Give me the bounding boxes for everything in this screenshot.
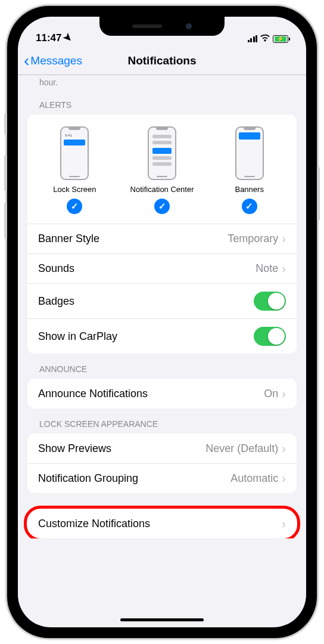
row-label: Customize Notifications — [38, 518, 150, 530]
check-icon: ✓ — [67, 199, 82, 214]
row-sounds[interactable]: Sounds Note› — [27, 253, 297, 283]
alert-option-banners[interactable]: Banners ✓ — [205, 126, 293, 214]
alert-label: Lock Screen — [53, 185, 96, 194]
section-header-announce: ANNOUNCE — [27, 354, 297, 379]
section-header-lockscreen: LOCK SCREEN APPEARANCE — [27, 408, 297, 434]
customize-card: Customize Notifications › — [27, 509, 297, 538]
row-label: Badges — [38, 295, 74, 308]
row-announce[interactable]: Announce Notifications On› — [27, 379, 297, 408]
lockscreen-card: Show Previews Never (Default)› Notificat… — [27, 434, 297, 493]
row-label: Show Previews — [38, 442, 111, 455]
row-value: Temporary — [228, 233, 278, 245]
cell-signal-icon — [248, 35, 258, 42]
home-indicator[interactable] — [120, 618, 204, 621]
row-label: Show in CarPlay — [38, 330, 117, 343]
status-time: 11:47 — [36, 32, 61, 44]
nav-header: ‹ Messages Notifications — [18, 47, 306, 75]
phone-frame: 11:47 ➤ ⚡ ‹ Messages Notifications hour. — [7, 6, 317, 638]
row-notification-grouping[interactable]: Notification Grouping Automatic› — [27, 463, 297, 493]
banners-preview-icon — [235, 126, 264, 180]
row-banner-style[interactable]: Banner Style Temporary› — [27, 224, 297, 253]
alert-label: Notification Center — [130, 185, 194, 194]
row-label: Banner Style — [38, 233, 99, 245]
chevron-right-icon: › — [282, 517, 286, 531]
row-label: Announce Notifications — [38, 388, 148, 400]
row-value: Never (Default) — [205, 442, 278, 455]
lockscreen-preview-icon: 9:41 — [60, 126, 89, 180]
badges-toggle[interactable] — [254, 292, 286, 311]
announce-card: Announce Notifications On› — [27, 379, 297, 408]
location-icon: ➤ — [61, 30, 76, 45]
row-value: Note — [256, 262, 278, 275]
chevron-right-icon: › — [282, 472, 286, 485]
section-header-alerts: ALERTS — [27, 87, 297, 114]
battery-icon: ⚡ — [273, 35, 288, 43]
notch — [99, 17, 225, 36]
row-show-previews[interactable]: Show Previews Never (Default)› — [27, 434, 297, 463]
alert-option-notification-center[interactable]: Notification Center ✓ — [119, 126, 206, 214]
screen: 11:47 ➤ ⚡ ‹ Messages Notifications hour. — [18, 17, 306, 627]
chevron-left-icon: ‹ — [24, 52, 29, 69]
row-badges: Badges — [27, 283, 297, 318]
content: hour. ALERTS 9:41 Lock Screen ✓ — [18, 75, 306, 538]
row-carplay: Show in CarPlay — [27, 318, 297, 354]
highlight-annotation: Customize Notifications › — [27, 509, 297, 538]
chevron-right-icon: › — [282, 387, 286, 401]
row-label: Sounds — [38, 262, 74, 275]
back-button[interactable]: ‹ Messages — [18, 52, 82, 69]
check-icon: ✓ — [154, 199, 170, 214]
check-icon: ✓ — [242, 199, 257, 214]
row-label: Notification Grouping — [38, 472, 138, 485]
notification-center-preview-icon — [148, 126, 176, 180]
row-value: On — [264, 388, 278, 400]
chevron-right-icon: › — [282, 232, 286, 246]
alert-option-lockscreen[interactable]: 9:41 Lock Screen ✓ — [31, 126, 119, 214]
chevron-right-icon: › — [282, 442, 286, 456]
alert-label: Banners — [235, 185, 263, 194]
wifi-icon — [260, 33, 270, 44]
alerts-card: 9:41 Lock Screen ✓ Notificat — [27, 114, 297, 354]
row-customize-notifications[interactable]: Customize Notifications › — [27, 509, 297, 538]
chevron-right-icon: › — [282, 262, 286, 275]
truncated-text: hour. — [27, 75, 297, 87]
carplay-toggle[interactable] — [254, 327, 286, 346]
row-value: Automatic — [230, 472, 278, 485]
back-label: Messages — [30, 54, 82, 67]
